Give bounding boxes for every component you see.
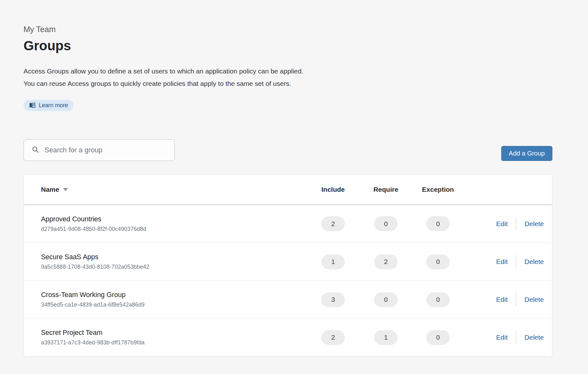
- actions-cell: Edit Delete: [461, 330, 552, 344]
- group-name-cell: Approved Countries d279a451-9d08-4850-8f…: [24, 215, 309, 232]
- require-cell: 0: [357, 292, 415, 307]
- learn-more-label: Learn more: [39, 102, 68, 109]
- page-title: Groups: [24, 38, 588, 53]
- group-id: 34ff5ed5-ca1e-4839-ad1a-6f8e542a86d9: [41, 301, 309, 308]
- learn-more-button[interactable]: Learn more: [24, 100, 73, 111]
- group-name-cell: Secret Project Team a3937171-a7c3-4ded-9…: [24, 329, 309, 346]
- table-row: Cross-Team Working Group 34ff5ed5-ca1e-4…: [24, 280, 552, 318]
- group-name: Secure SaaS Apps: [41, 253, 309, 261]
- breadcrumb: My Team: [24, 0, 588, 34]
- column-header-exception: Exception: [415, 186, 461, 193]
- delete-link[interactable]: Delete: [524, 258, 544, 266]
- search-input[interactable]: [44, 146, 168, 154]
- exception-cell: 0: [415, 330, 461, 345]
- edit-link[interactable]: Edit: [496, 296, 508, 303]
- exception-count-pill: 0: [426, 216, 450, 231]
- include-cell: 1: [309, 254, 357, 269]
- require-count-pill: 2: [374, 254, 398, 269]
- actions-cell: Edit Delete: [461, 217, 552, 231]
- exception-cell: 0: [415, 216, 461, 231]
- action-divider: [516, 217, 516, 231]
- group-name-cell: Secure SaaS Apps 9a5c5888-1708-43d0-8108…: [24, 253, 309, 270]
- exception-count-pill: 0: [426, 330, 450, 345]
- group-name: Approved Countries: [41, 215, 309, 223]
- group-name-cell: Cross-Team Working Group 34ff5ed5-ca1e-4…: [24, 291, 309, 308]
- group-name: Secret Project Team: [41, 329, 309, 337]
- group-id: a3937171-a7c3-4ded-983b-dff1787b9fda: [41, 339, 309, 346]
- column-header-name[interactable]: Name: [24, 186, 309, 193]
- search-icon: [31, 146, 39, 155]
- require-cell: 0: [357, 216, 415, 231]
- action-divider: [516, 293, 516, 307]
- delete-link[interactable]: Delete: [524, 220, 544, 228]
- require-cell: 1: [357, 330, 415, 345]
- page-description: Access Groups allow you to define a set …: [24, 65, 588, 90]
- column-header-name-label: Name: [41, 186, 59, 193]
- include-count-pill: 2: [321, 216, 345, 231]
- include-count-pill: 2: [321, 330, 345, 345]
- require-count-pill: 1: [374, 330, 398, 345]
- edit-link[interactable]: Edit: [496, 220, 508, 228]
- include-count-pill: 1: [321, 254, 345, 269]
- actions-cell: Edit Delete: [461, 255, 552, 269]
- edit-link[interactable]: Edit: [496, 258, 508, 266]
- table-row: Approved Countries d279a451-9d08-4850-8f…: [24, 205, 552, 243]
- access-groups-page: My Team Groups Access Groups allow you t…: [0, 0, 588, 357]
- table-body: Approved Countries d279a451-9d08-4850-8f…: [24, 205, 552, 356]
- delete-link[interactable]: Delete: [524, 334, 544, 341]
- description-line-1: Access Groups allow you to define a set …: [24, 65, 588, 77]
- open-book-icon: [29, 102, 36, 108]
- add-group-button[interactable]: Add a Group: [501, 146, 552, 161]
- action-divider: [516, 330, 516, 344]
- exception-cell: 0: [415, 292, 461, 307]
- include-cell: 2: [309, 216, 357, 231]
- group-id: 9a5c5888-1708-43d0-8108-702a053bbe42: [41, 264, 309, 270]
- require-count-pill: 0: [374, 216, 398, 231]
- column-header-require: Require: [357, 186, 415, 193]
- table-row: Secret Project Team a3937171-a7c3-4ded-9…: [24, 318, 552, 356]
- exception-count-pill: 0: [426, 292, 450, 307]
- actions-cell: Edit Delete: [461, 293, 552, 307]
- group-id: d279a451-9d08-4850-8f2f-00c490376d8d: [41, 226, 309, 232]
- group-name: Cross-Team Working Group: [41, 291, 309, 299]
- exception-cell: 0: [415, 254, 461, 269]
- edit-link[interactable]: Edit: [496, 334, 508, 341]
- include-count-pill: 3: [321, 292, 345, 307]
- toolbar: Add a Group: [24, 139, 552, 161]
- sort-descending-icon: [63, 188, 68, 191]
- delete-link[interactable]: Delete: [524, 296, 544, 303]
- table-row: Secure SaaS Apps 9a5c5888-1708-43d0-8108…: [24, 243, 552, 280]
- action-divider: [516, 255, 516, 269]
- exception-count-pill: 0: [426, 254, 450, 269]
- include-cell: 3: [309, 292, 357, 307]
- table-header-row: Name Include Require Exception: [24, 175, 552, 205]
- include-cell: 2: [309, 330, 357, 345]
- description-line-2: You can reuse Access groups to quickly c…: [24, 77, 588, 90]
- require-cell: 2: [357, 254, 415, 269]
- column-header-include: Include: [309, 186, 357, 193]
- groups-table: Name Include Require Exception Approved …: [24, 175, 552, 357]
- require-count-pill: 0: [374, 292, 398, 307]
- search-box[interactable]: [24, 139, 175, 161]
